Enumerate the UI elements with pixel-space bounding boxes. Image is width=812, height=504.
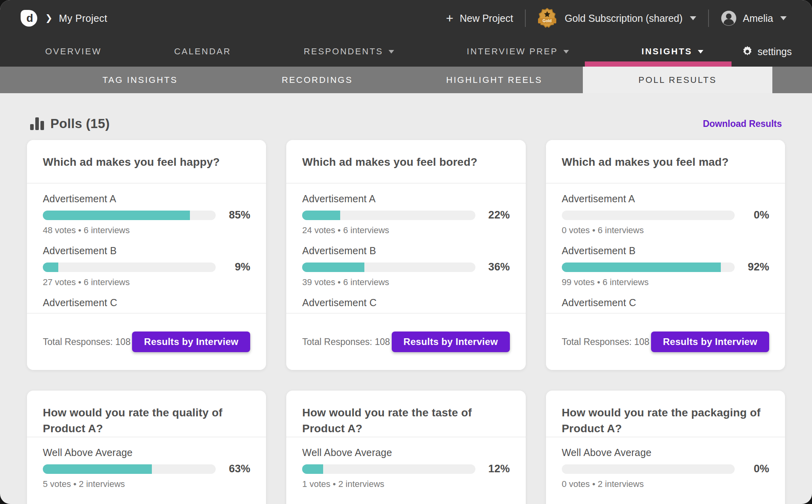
nav-item-interview-prep[interactable]: INTERVIEW PREP	[467, 46, 569, 57]
poll-option: Advertisement B 9% 27 votes • 6 intervie…	[43, 236, 250, 287]
poll-option: Advertisement A 22% 24 votes • 6 intervi…	[302, 184, 509, 236]
option-votes: 0 votes • 6 interviews	[562, 225, 769, 236]
poll-option: Advertisement B 92% 99 votes • 6 intervi…	[562, 236, 769, 287]
tab-tag-insights[interactable]: TAG INSIGHTS	[52, 67, 229, 93]
chevron-down-icon	[563, 50, 569, 54]
new-project-label: New Project	[460, 13, 513, 24]
chevron-down-icon	[690, 16, 696, 20]
poll-card: How would you rate the quality of Produc…	[27, 391, 266, 504]
poll-question: Which ad makes you feel mad?	[562, 154, 769, 170]
settings-label: settings	[758, 46, 792, 57]
results-by-interview-button[interactable]: Results by Interview	[132, 332, 250, 352]
plus-icon: +	[446, 11, 454, 26]
subscription-menu[interactable]: Gold Gold Subscription (shared)	[538, 8, 696, 29]
subscription-label: Gold Subscription (shared)	[565, 13, 682, 24]
poll-question: Which ad makes you feel bored?	[302, 154, 509, 170]
poll-options: Well Above Average 0% 0 votes • 2 interv…	[546, 437, 785, 504]
top-bar-right: + New Project Gold Gold Subscription (sh…	[446, 8, 787, 29]
option-votes: 27 votes • 6 interviews	[43, 277, 250, 287]
tab-label: POLL RESULTS	[638, 75, 716, 85]
option-label: Advertisement B	[43, 244, 250, 257]
option-percent: 22%	[475, 209, 510, 221]
poll-card: Which ad makes you feel mad? Advertiseme…	[546, 140, 785, 370]
tab-label: TAG INSIGHTS	[103, 75, 178, 85]
active-nav-underline	[585, 61, 732, 67]
results-by-interview-button[interactable]: Results by Interview	[392, 332, 510, 352]
nav-item-calendar[interactable]: CALENDAR	[174, 46, 231, 57]
tab-recordings[interactable]: RECORDINGS	[229, 67, 406, 93]
poll-option: Well Above Average 63% 5 votes • 2 inter…	[43, 437, 250, 489]
option-percent: 92%	[735, 261, 769, 273]
tab-label: HIGHLIGHT REELS	[446, 75, 542, 85]
result-bar	[43, 211, 216, 220]
poll-cards-grid: Which ad makes you feel happy? Advertise…	[27, 140, 785, 504]
poll-options: Well Above Average 12% 1 votes • 2 inter…	[286, 437, 525, 504]
user-name: Amelia	[743, 13, 773, 24]
poll-card-footer: Total Responses: 108 Results by Intervie…	[27, 313, 266, 370]
content-header: Polls (15) Download Results	[27, 116, 785, 131]
option-label: Advertisement A	[562, 192, 769, 205]
option-percent: 0%	[735, 463, 769, 475]
option-label: Advertisement B	[302, 244, 509, 257]
option-label: Advertisement A	[43, 192, 250, 205]
option-label: Well Above Average	[43, 446, 250, 459]
tab-highlight-reels[interactable]: HIGHLIGHT REELS	[406, 67, 583, 93]
divider	[708, 10, 709, 27]
divider	[525, 10, 526, 27]
option-votes: 39 votes • 6 interviews	[302, 277, 509, 287]
nav-item-respondents[interactable]: RESPONDENTS	[304, 46, 394, 57]
option-percent: 12%	[475, 463, 510, 475]
nav-item-overview[interactable]: OVERVIEW	[45, 46, 102, 57]
option-votes: 24 votes • 6 interviews	[302, 225, 509, 236]
poll-options: Advertisement A 22% 24 votes • 6 intervi…	[286, 184, 525, 313]
poll-option: Advertisement B 36% 39 votes • 6 intervi…	[302, 236, 509, 287]
nav-item-label: INTERVIEW PREP	[467, 46, 558, 57]
poll-options: Well Above Average 63% 5 votes • 2 inter…	[27, 437, 266, 504]
app-logo-icon[interactable]: d	[21, 10, 37, 27]
result-bar	[562, 211, 735, 220]
option-percent: 36%	[475, 261, 510, 273]
option-percent: 85%	[216, 209, 250, 221]
polls-title-wrap: Polls (15)	[30, 116, 110, 131]
poll-card: Which ad makes you feel happy? Advertise…	[27, 140, 266, 370]
top-bar-primary-row: d ❯ My Project + New Project Gold	[0, 0, 812, 36]
total-responses: Total Responses: 108	[562, 337, 649, 347]
main-nav-items: OVERVIEW CALENDAR RESPONDENTS INTERVIEW …	[45, 46, 703, 57]
poll-card: How would you rate the packaging of Prod…	[546, 391, 785, 504]
result-bar	[302, 211, 475, 220]
total-responses: Total Responses: 108	[43, 337, 130, 347]
option-label: Well Above Average	[562, 446, 769, 459]
tab-poll-results[interactable]: POLL RESULTS	[583, 67, 772, 93]
poll-option: Advertisement C 0%	[562, 287, 769, 313]
new-project-button[interactable]: + New Project	[446, 11, 513, 26]
poll-option: Advertisement C 4%	[302, 287, 509, 313]
poll-card-footer: Total Responses: 108 Results by Intervie…	[546, 313, 785, 370]
breadcrumb[interactable]: My Project	[59, 13, 107, 24]
poll-card-footer: Total Responses: 108 Results by Intervie…	[286, 313, 525, 370]
gold-badge-icon: Gold	[538, 8, 557, 29]
app-window: d ❯ My Project + New Project Gold	[0, 0, 812, 504]
nav-item-insights[interactable]: INSIGHTS	[642, 46, 703, 57]
tab-label: RECORDINGS	[282, 75, 352, 85]
poll-option: Advertisement C 7%	[43, 287, 250, 313]
nav-item-label: INSIGHTS	[642, 46, 692, 57]
result-bar	[302, 464, 475, 474]
poll-option: Advertisement A 85% 48 votes • 6 intervi…	[43, 184, 250, 236]
option-percent: 63%	[216, 463, 250, 475]
option-votes: 1 votes • 2 interviews	[302, 479, 509, 489]
poll-card: How would you rate the taste of Product …	[286, 391, 525, 504]
option-label: Advertisement C	[43, 296, 250, 309]
download-results-link[interactable]: Download Results	[703, 119, 782, 129]
results-by-interview-button[interactable]: Results by Interview	[651, 332, 769, 352]
settings-button[interactable]: settings	[742, 46, 792, 57]
poll-option: Well Above Average 0% 0 votes • 2 interv…	[562, 437, 769, 489]
poll-options: Advertisement A 85% 48 votes • 6 intervi…	[27, 184, 266, 313]
user-menu[interactable]: Amelia	[721, 10, 787, 26]
poll-question: How would you rate the packaging of Prod…	[562, 405, 769, 437]
poll-question: Which ad makes you feel happy?	[43, 154, 250, 170]
poll-results-content: Polls (15) Download Results Which ad mak…	[0, 93, 812, 504]
gold-badge-text: Gold	[543, 19, 552, 23]
gear-icon	[742, 46, 753, 57]
sub-nav-spacer	[772, 67, 812, 93]
option-label: Advertisement C	[302, 296, 509, 309]
